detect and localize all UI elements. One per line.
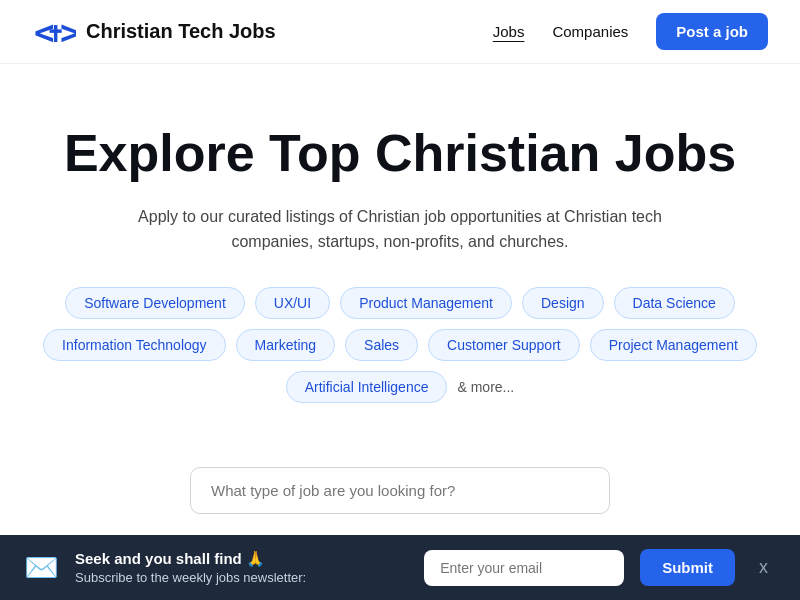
newsletter-text-block: Seek and you shall find 🙏 Subscribe to t… [75,550,408,554]
tag-customer-support[interactable]: Customer Support [428,329,580,361]
logo-icon: < ✝ > [32,10,76,54]
svg-text:>: > [60,12,76,52]
tag-product-management[interactable]: Product Management [340,287,512,319]
tag-marketing[interactable]: Marketing [236,329,335,361]
tag-software-development[interactable]: Software Development [65,287,245,319]
hero-section: Explore Top Christian Jobs Apply to our … [0,64,800,467]
newsletter-submit-button[interactable]: Submit [640,549,735,554]
tag-data-science[interactable]: Data Science [614,287,735,319]
nav-companies-link[interactable]: Companies [552,23,628,40]
logo-text: Christian Tech Jobs [86,20,276,43]
tags-container: Software Development UX/UI Product Manag… [30,287,770,403]
nav-links: Jobs Companies Post a job [493,13,768,50]
tag-ux-ui[interactable]: UX/UI [255,287,330,319]
tag-sales[interactable]: Sales [345,329,418,361]
newsletter-close-button[interactable]: x [751,553,776,554]
tag-artificial-intelligence[interactable]: Artificial Intelligence [286,371,448,403]
tag-design[interactable]: Design [522,287,604,319]
hero-subtitle: Apply to our curated listings of Christi… [120,204,680,255]
newsletter-title: Seek and you shall find 🙏 [75,550,408,554]
tag-information-technology[interactable]: Information Technology [43,329,226,361]
search-input[interactable] [190,467,610,514]
post-job-button[interactable]: Post a job [656,13,768,50]
nav-jobs-link[interactable]: Jobs [493,23,525,40]
logo-link[interactable]: < ✝ > Christian Tech Jobs [32,10,276,54]
newsletter-envelope-icon: ✉️ [24,551,59,554]
tag-project-management[interactable]: Project Management [590,329,757,361]
navbar: < ✝ > Christian Tech Jobs Jobs Companies… [0,0,800,64]
more-tags-label: & more... [457,379,514,395]
newsletter-email-input[interactable] [424,550,624,554]
newsletter-hand-icon: 🙏 [246,550,265,554]
newsletter-banner: ✉️ Seek and you shall find 🙏 Subscribe t… [0,535,800,554]
hero-title: Explore Top Christian Jobs [24,124,776,184]
